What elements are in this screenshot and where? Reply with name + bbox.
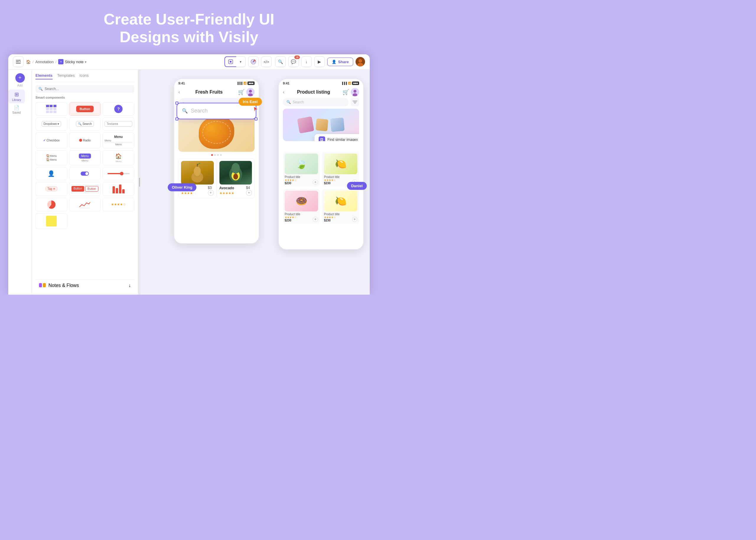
component-table[interactable] (36, 102, 67, 116)
home-icon[interactable]: 🏠 (26, 60, 31, 64)
panel-search-input[interactable] (45, 87, 131, 91)
topbar-right: 🔍 💬 18 ↓ ▶ 👤 Share (275, 57, 365, 67)
handle-tl[interactable] (175, 101, 178, 104)
pie-chart-preview (47, 201, 56, 209)
product-card-3[interactable]: 🍩 Product title ★★★★☆ $230 + (283, 189, 320, 224)
fruit-item-pear[interactable]: Pear ★★★★ ☆ $3 + (178, 158, 217, 199)
sidebar-item-saved[interactable]: 📄 Saved (8, 103, 25, 116)
center-tool-group: ▾ (225, 57, 246, 67)
phone1-signal-icons: ▐▐▐ 📶 ■■■ (237, 81, 254, 85)
phone2-cart-icon[interactable]: 🛒 (343, 89, 349, 95)
tool-dropdown-arrow[interactable]: ▾ (236, 57, 246, 67)
phone2-back-icon[interactable]: ‹ (283, 89, 284, 95)
component-dropdown[interactable]: Dropdown ▾ (36, 117, 67, 130)
overlay-search-icon: 🔍 (182, 108, 188, 114)
dot-2 (217, 154, 219, 156)
breadcrumb-dropdown-icon[interactable] (85, 60, 86, 64)
pear-add-button[interactable]: + (208, 190, 214, 196)
select-tool-button[interactable] (225, 57, 236, 67)
component-search[interactable]: 🔍 Search (69, 117, 101, 130)
panel-search-bar[interactable]: 🔍 (36, 85, 134, 93)
avocado-add-button[interactable]: + (246, 190, 252, 196)
component-menu-icons[interactable]: 🏠 Menu 🏠 Menu (36, 150, 67, 165)
stars-preview: ★★★★☆ (111, 202, 126, 206)
dot-3 (220, 154, 222, 156)
pear-stars: ★★★★ (181, 191, 193, 195)
search-button[interactable]: 🔍 (275, 57, 286, 67)
notes-flows-bar[interactable]: Notes & Flows ↓ (36, 280, 134, 291)
component-toggle[interactable] (69, 167, 101, 180)
table-icon (46, 105, 57, 113)
product-card-4-image: 🍋 (324, 191, 357, 211)
component-tag[interactable]: Tag ✕ (36, 182, 67, 196)
play-button[interactable]: ▶ (314, 57, 325, 67)
component-icon-nav[interactable]: 🏠 Menu (102, 150, 134, 165)
ai-tool-button[interactable] (248, 57, 259, 67)
component-menu-text[interactable]: Menu Menu Menu (102, 132, 134, 149)
phone1-carousel-dots (174, 154, 259, 156)
component-chart-pie[interactable] (36, 198, 67, 211)
download-button[interactable]: ↓ (301, 57, 312, 67)
dot-active (211, 154, 213, 156)
menu-icon[interactable] (13, 57, 24, 67)
banner-box-3 (330, 117, 345, 132)
phone2-search-bar[interactable]: 🔍 Search (283, 98, 349, 106)
home-nav-icon: 🏠 (115, 153, 122, 159)
find-similar-icon: 🖼 (319, 136, 325, 141)
component-checkbox[interactable]: ✓ Checkbox (36, 132, 67, 149)
find-similar-tooltip[interactable]: 🖼 Find similar images (315, 134, 359, 141)
product-card-1[interactable]: 🍃 Product title ★★★★☆ $230 + (283, 152, 320, 187)
component-sticky[interactable] (36, 213, 67, 229)
oliver-king-bubble: Oliver King (168, 183, 196, 191)
product-card-3-image: 🍩 (285, 191, 318, 211)
tab-elements[interactable]: Elements (36, 73, 53, 79)
handle-br[interactable] (254, 117, 257, 120)
component-button[interactable]: Button (69, 102, 101, 116)
product-card-1-add[interactable]: + (313, 180, 318, 185)
component-chart-bars[interactable] (102, 182, 134, 196)
fruit-item-avocado[interactable]: Avocado ★★★★★ $4 + (217, 158, 255, 199)
phone1-back-icon[interactable]: ‹ (178, 89, 180, 95)
product-card-2[interactable]: 🍋 Product title ★★★★☆ $230 + (322, 152, 359, 187)
banner-box-1 (297, 116, 314, 133)
phone1-cart-icon[interactable]: 🛒 (238, 89, 244, 95)
components-grid: Button ? Dropdown ▾ 🔍 Searc (36, 102, 134, 229)
comments-button[interactable]: 💬 18 (288, 57, 299, 67)
phone2-filter-button[interactable] (351, 98, 359, 106)
svg-point-13 (249, 90, 252, 93)
pear-image (181, 161, 214, 185)
component-menu-purple[interactable]: Menu Menu (69, 150, 101, 165)
product-card-4[interactable]: 🍋 Product title ★★★★☆ $230 + (322, 189, 359, 224)
hero-title: Create User-Friendly UI Designs with Vis… (6, 11, 372, 46)
phone2-time: 9:41 (283, 81, 289, 85)
toggle-preview (80, 172, 89, 176)
component-chart-line[interactable] (69, 198, 101, 211)
component-icon-user[interactable]: 👤 (36, 167, 67, 180)
component-buttons-pair[interactable]: Button Button (69, 182, 101, 196)
search-preview: 🔍 Search (76, 121, 94, 127)
add-button[interactable]: + (15, 73, 25, 83)
code-tool-button[interactable]: </> (261, 57, 272, 67)
resize-handle[interactable] (138, 70, 141, 295)
tab-templates[interactable]: Templates (57, 73, 75, 79)
user-avatar[interactable] (356, 57, 365, 67)
bar-chart-preview (112, 185, 125, 194)
share-button[interactable]: 👤 Share (327, 58, 353, 66)
handle-bl[interactable] (175, 117, 178, 120)
component-stars[interactable]: ★★★★☆ (102, 198, 134, 211)
product-card-3-add[interactable]: + (313, 217, 318, 222)
product-card-4-stars: ★★★★☆ (324, 216, 336, 219)
notes-flows-expand-icon: ↓ (128, 283, 131, 288)
tab-icons[interactable]: Icons (79, 73, 88, 79)
svg-point-24 (354, 90, 357, 93)
svg-marker-22 (254, 107, 257, 112)
component-help[interactable]: ? (102, 102, 134, 116)
overlay-search-text: Search (191, 108, 251, 114)
component-slider[interactable] (102, 167, 134, 180)
component-textarea[interactable]: Textarea (102, 117, 134, 130)
canvas-area[interactable]: 9:41 ▐▐▐ 📶 ■■■ ‹ Fresh Fruits 🛒 (138, 70, 370, 295)
sidebar-item-library[interactable]: ⊞ Library (8, 89, 25, 103)
component-radio[interactable]: Radio (69, 132, 101, 149)
slider-preview (107, 173, 130, 174)
product-card-4-add[interactable]: + (352, 217, 357, 222)
